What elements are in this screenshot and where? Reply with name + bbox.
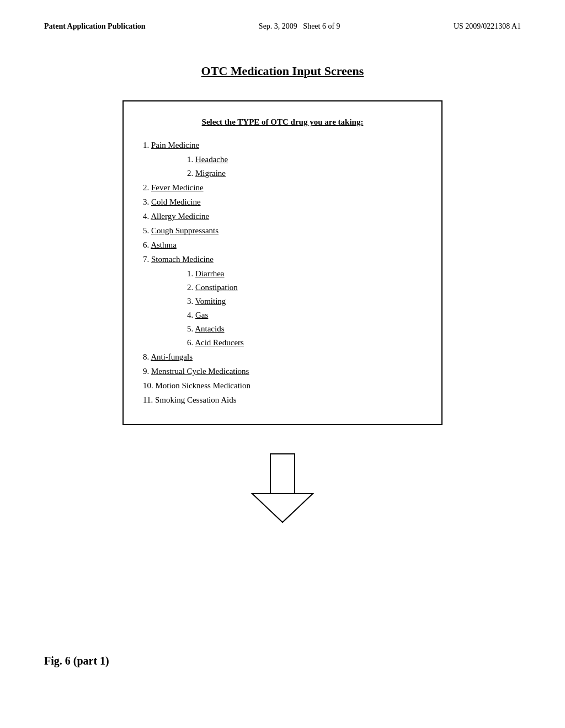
list-item[interactable]: 5. Cough Suppressants: [143, 224, 422, 237]
list-item[interactable]: 2. Fever Medicine: [143, 181, 422, 194]
box-title: Select the TYPE of OTC drug you are taki…: [143, 115, 422, 129]
svg-rect-0: [270, 454, 295, 494]
stomach-sub-list: 1. Diarrhea 2. Constipation 3. Vomiting …: [143, 267, 422, 349]
item-number: 7.: [143, 255, 151, 264]
sub-item-label[interactable]: Antacids: [195, 324, 224, 333]
list-item[interactable]: 2. Constipation: [187, 281, 422, 294]
date-label: Sep. 3, 2009: [259, 22, 297, 30]
sub-item-label[interactable]: Migraine: [195, 169, 226, 178]
list-item[interactable]: 4. Gas: [187, 308, 422, 322]
list-item[interactable]: 3. Vomiting: [187, 295, 422, 308]
list-item[interactable]: 2. Migraine: [187, 167, 422, 180]
sub-item-label[interactable]: Gas: [195, 311, 208, 319]
list-item[interactable]: 1. Pain Medicine 1. Headache 2. Migraine: [143, 138, 422, 180]
list-item[interactable]: 7. Stomach Medicine 1. Diarrhea 2. Const…: [143, 253, 422, 349]
sub-item-number: 1.: [187, 155, 195, 164]
sheet-label: Sheet 6 of 9: [303, 22, 340, 30]
down-arrow-icon: [249, 453, 316, 524]
sub-item-label[interactable]: Diarrhea: [195, 269, 224, 278]
date-sheet-label: Sep. 3, 2009 Sheet 6 of 9: [259, 22, 340, 31]
item-label[interactable]: Menstrual Cycle Medications: [151, 367, 249, 376]
item-number: 10.: [143, 381, 156, 390]
patent-number-label: US 2009/0221308 A1: [454, 22, 521, 31]
list-item[interactable]: 5. Antacids: [187, 322, 422, 335]
list-item: 10. Motion Sickness Medication: [143, 379, 422, 392]
item-label[interactable]: Cold Medicine: [151, 197, 201, 206]
sub-item-number: 2.: [187, 283, 195, 292]
sub-item-label[interactable]: Constipation: [195, 283, 238, 292]
list-item[interactable]: 3. Cold Medicine: [143, 195, 422, 208]
list-item[interactable]: 1. Headache: [187, 153, 422, 166]
item-label[interactable]: Pain Medicine: [151, 141, 199, 149]
item-number: 1.: [143, 141, 151, 149]
item-number: 4.: [143, 212, 151, 221]
sub-item-number: 4.: [187, 311, 195, 319]
item-label[interactable]: Fever Medicine: [151, 183, 204, 192]
publication-label: Patent Application Publication: [44, 22, 146, 31]
page-title: OTC Medication Input Screens: [44, 64, 521, 78]
item-number: 6.: [143, 240, 151, 249]
item-label[interactable]: Cough Suppressants: [151, 226, 218, 235]
page-container: Patent Application Publication Sep. 3, 2…: [0, 0, 565, 728]
figure-label: Fig. 6 (part 1): [44, 655, 109, 667]
list-item[interactable]: 6. Acid Reducers: [187, 336, 422, 349]
sub-item-number: 3.: [187, 297, 195, 306]
item-label[interactable]: Stomach Medicine: [151, 255, 214, 264]
item-number: 5.: [143, 226, 151, 235]
list-item[interactable]: 8. Anti-fungals: [143, 350, 422, 363]
list-item[interactable]: 9. Menstrual Cycle Medications: [143, 365, 422, 378]
item-number: 9.: [143, 367, 151, 376]
item-label[interactable]: Allergy Medicine: [151, 212, 209, 221]
header: Patent Application Publication Sep. 3, 2…: [44, 22, 521, 31]
sub-item-number: 6.: [187, 338, 195, 347]
item-number: 11.: [143, 395, 155, 404]
list-item[interactable]: 1. Diarrhea: [187, 267, 422, 280]
sub-item-label[interactable]: Vomiting: [195, 297, 226, 306]
item-label: Smoking Cessation Aids: [155, 395, 237, 404]
item-label: Motion Sickness Medication: [156, 381, 251, 390]
item-label[interactable]: Anti-fungals: [151, 352, 193, 361]
list-item[interactable]: 6. Asthma: [143, 238, 422, 251]
sub-item-number: 2.: [187, 169, 195, 178]
item-number: 3.: [143, 197, 151, 206]
item-number: 2.: [143, 183, 151, 192]
arrow-diagram: [44, 453, 521, 524]
sub-item-number: 5.: [187, 324, 195, 333]
sub-item-label[interactable]: Acid Reducers: [195, 338, 244, 347]
item-number: 8.: [143, 352, 151, 361]
sub-item-number: 1.: [187, 269, 195, 278]
otc-selection-box: Select the TYPE of OTC drug you are taki…: [122, 100, 443, 425]
svg-marker-1: [252, 494, 313, 522]
list-item[interactable]: 4. Allergy Medicine: [143, 210, 422, 223]
list-item: 11. Smoking Cessation Aids: [143, 393, 422, 406]
item-label[interactable]: Asthma: [151, 240, 177, 249]
medication-type-list: 1. Pain Medicine 1. Headache 2. Migraine…: [143, 138, 422, 406]
pain-sub-list: 1. Headache 2. Migraine: [143, 153, 422, 180]
sub-item-label[interactable]: Headache: [195, 155, 228, 164]
